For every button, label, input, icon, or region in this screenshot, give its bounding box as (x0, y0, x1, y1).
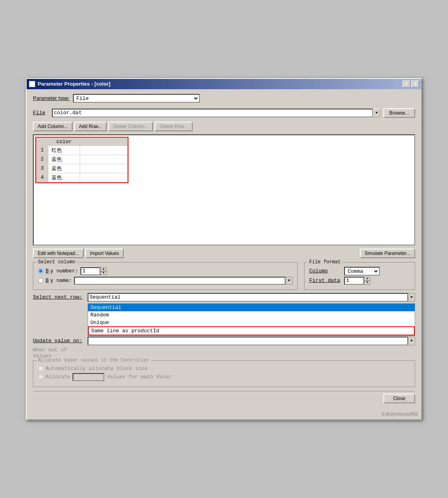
dropdown-open-area: Sequential Random Unique Same line as pr… (33, 303, 415, 336)
table-row: 3 蓝色 (36, 164, 128, 173)
close-title-button[interactable]: ✕ (411, 80, 419, 88)
help-button[interactable]: ? (402, 80, 410, 88)
by-number-row: By number: ▲ ▼ (38, 267, 293, 275)
cell-2-col2[interactable] (80, 155, 128, 164)
by-number-input[interactable] (80, 267, 100, 275)
param-type-row: Parameter type: File Data Table User-Def… (33, 94, 415, 103)
import-values-button[interactable]: Import Values (85, 249, 124, 258)
file-input[interactable] (52, 109, 373, 117)
row-num-2: 2 (36, 155, 48, 164)
first-data-up[interactable]: ▲ (364, 277, 370, 281)
update-value-on-row: Update value on: ▼ (33, 337, 415, 345)
dropdown-list: Sequential Random Unique Same line as pr… (88, 303, 415, 336)
table-row: 1 红色 (36, 146, 128, 155)
first-data-input[interactable] (344, 277, 364, 285)
column-format-row: Column Comma Tab Space (309, 267, 410, 276)
param-type-label: Parameter type: (33, 95, 70, 101)
table-row: 2 蓝色 (36, 155, 128, 164)
delete-column-button[interactable]: Delete Column... (108, 122, 153, 131)
auto-allocate-row: Automatically allocate block size (38, 366, 410, 372)
simulate-param-button[interactable]: Simulate Parameter... (360, 249, 415, 258)
select-next-row-input[interactable] (88, 293, 408, 302)
file-dropdown-btn[interactable]: ▼ (373, 109, 380, 117)
cell-1-col2[interactable] (80, 146, 128, 155)
table-area: color 1 红色 2 蓝色 (33, 134, 415, 245)
dropdown-item-same-line[interactable]: Same line as productId (88, 326, 415, 335)
when-out-row: When out of values (33, 347, 415, 359)
select-column-box: Select column By number: ▲ ▼ (33, 262, 298, 290)
data-table: color 1 红色 2 蓝色 (36, 138, 128, 182)
delete-row-button[interactable]: Delete Row... (155, 122, 192, 131)
table-header-rownum (36, 138, 48, 146)
select-next-row-section: Select next row: ▼ Sequential Random Uni… (33, 293, 415, 336)
when-out-label: When out of values (33, 347, 84, 359)
allocate-box: Allocate Vuser values in the Controller … (33, 360, 415, 387)
allocate-input (73, 373, 104, 381)
window-icon: 🗎 (29, 81, 35, 87)
row-num-1: 1 (36, 146, 48, 155)
add-row-button[interactable]: Add Row... (74, 122, 107, 131)
file-format-legend: File format (308, 259, 342, 265)
table-header-color: color (48, 138, 80, 146)
first-data-spinner: ▲ ▼ (344, 277, 370, 285)
row-num-3: 3 (36, 164, 48, 173)
toolbar-row: Add Column... Add Row... Delete Column..… (33, 122, 415, 131)
row-num-4: 4 (36, 173, 48, 182)
file-label: File (33, 110, 49, 116)
main-window: 🗎 Parameter Properties - [color] ? ✕ Par… (26, 78, 422, 420)
select-next-row-label: Select next row: (33, 294, 84, 300)
auto-allocate-label: Automatically allocate block size (46, 366, 147, 372)
file-row: File ▼ Browse... (33, 108, 415, 118)
watermark: 头条@Aitstudy网校 (381, 411, 418, 417)
dropdown-item-unique[interactable]: Unique (88, 319, 415, 326)
update-value-on-input[interactable] (88, 337, 408, 345)
allocate-suffix: values for each Vuser (107, 374, 172, 380)
select-column-legend: Select column (36, 259, 77, 265)
dropdown-item-random[interactable]: Random (88, 311, 415, 319)
cell-2-color[interactable]: 蓝色 (48, 155, 80, 164)
table-header-col2 (80, 138, 128, 146)
cell-4-col2[interactable] (80, 173, 128, 182)
file-format-box: File format Column Comma Tab Space First… (304, 262, 415, 290)
window-title: Parameter Properties - [color] (38, 81, 111, 87)
edit-notepad-button[interactable]: Edit with Notepad... (33, 249, 84, 258)
by-number-down[interactable]: ▼ (100, 271, 107, 275)
update-value-on-label: Update value on: (33, 338, 84, 344)
title-bar: 🗎 Parameter Properties - [color] ? ✕ (27, 79, 421, 89)
first-data-label: First data (309, 278, 341, 283)
cell-1-color[interactable]: 红色 (48, 146, 80, 155)
add-column-button[interactable]: Add Column... (33, 122, 73, 131)
by-number-up[interactable]: ▲ (100, 267, 107, 271)
column-label: Column (309, 268, 341, 274)
by-number-radio[interactable] (38, 268, 43, 274)
dropdown-item-sequential[interactable]: Sequential (88, 304, 415, 311)
allocate-legend: Allocate Vuser values in the Controller (36, 358, 151, 363)
manual-allocate-label: Allocate (46, 374, 70, 380)
param-type-select[interactable]: File Data Table User-Defined Function XM… (73, 94, 200, 103)
two-col-section: Select column By number: ▲ ▼ (33, 262, 415, 293)
cell-3-col2[interactable] (80, 164, 128, 173)
select-next-row-row: Select next row: ▼ (33, 293, 415, 302)
by-name-row: By name: ▼ (38, 277, 293, 285)
browse-button[interactable]: Browse... (383, 108, 415, 118)
by-name-label: By name: (46, 278, 72, 283)
by-name-combo: ▼ (74, 277, 293, 285)
footer-row: Close (33, 391, 415, 403)
column-format-select[interactable]: Comma Tab Space (344, 267, 380, 276)
manual-allocate-radio (38, 374, 43, 379)
cell-3-color[interactable]: 蓝色 (48, 164, 80, 173)
manual-allocate-row: Allocate values for each Vuser (38, 373, 410, 381)
cell-4-color[interactable]: 蓝色 (48, 173, 80, 182)
update-value-on-btn[interactable]: ▼ (408, 337, 415, 345)
by-name-input[interactable] (74, 277, 285, 285)
first-data-row: First data ▲ ▼ (309, 277, 410, 285)
select-next-row-dropdown-btn[interactable]: ▼ (408, 293, 415, 302)
bottom-btn-row: Edit with Notepad... Import Values Simul… (33, 249, 415, 258)
by-name-dropdown-btn[interactable]: ▼ (285, 277, 293, 285)
close-button[interactable]: Close (383, 394, 415, 403)
first-data-down[interactable]: ▼ (364, 281, 370, 285)
auto-allocate-radio (38, 366, 43, 371)
table-row: 4 蓝色 (36, 173, 128, 182)
by-name-radio[interactable] (38, 278, 43, 283)
by-number-spinner: ▲ ▼ (80, 267, 107, 275)
